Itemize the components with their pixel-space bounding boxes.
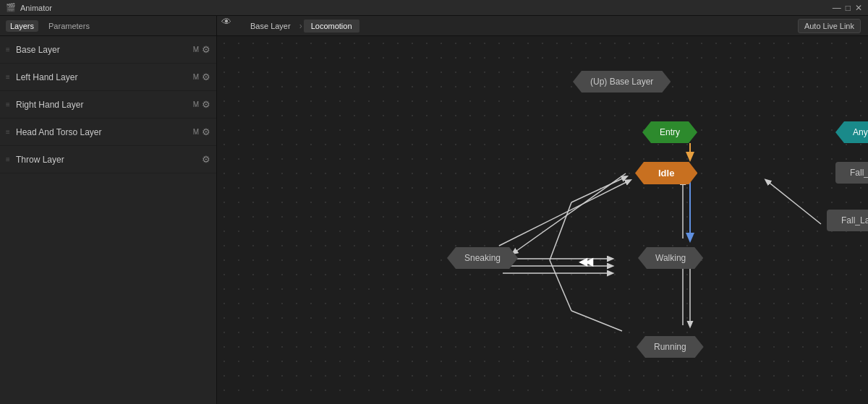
node-fall-landing-label: Fall_Landing	[827, 210, 868, 231]
svg-line-5	[514, 173, 626, 253]
layer-item-throw[interactable]: ≡ Throw Layer ⚙	[0, 146, 216, 173]
node-entry[interactable]: Entry	[642, 121, 697, 143]
eye-icon[interactable]: 👁	[221, 16, 231, 35]
sidebar: ≡ Base Layer M ⚙ ≡ Left Hand Layer M ⚙ ≡…	[0, 36, 217, 404]
gear-icon-throw[interactable]: ⚙	[202, 154, 210, 165]
node-running-label: Running	[637, 336, 704, 358]
layer-m-base: M	[193, 46, 199, 53]
layer-m-head: M	[193, 128, 199, 136]
maximize-button[interactable]: □	[846, 3, 851, 13]
node-walking[interactable]: Walking	[638, 247, 703, 269]
layer-name-head-torso: Head And Torso Layer	[16, 127, 193, 137]
svg-line-10	[571, 311, 622, 331]
layer-name-right-hand: Right Hand Layer	[16, 100, 193, 110]
layer-item-base[interactable]: ≡ Base Layer M ⚙	[0, 36, 216, 64]
layer-item-left-hand[interactable]: ≡ Left Hand Layer M ⚙	[0, 64, 216, 91]
add-layer-button[interactable]	[195, 18, 210, 34]
minimize-button[interactable]: —	[833, 3, 841, 13]
node-idle-label: Idle	[635, 162, 697, 184]
tab-parameters[interactable]: Parameters	[44, 20, 94, 32]
layer-name-base: Base Layer	[16, 45, 193, 55]
drag-handle-left: ≡	[6, 73, 13, 81]
window-controls[interactable]: — □ ✕	[833, 3, 862, 13]
drag-handle-head: ≡	[6, 128, 13, 136]
svg-line-13	[571, 177, 626, 202]
app-title: Animator	[20, 4, 52, 12]
node-sneaking[interactable]: Sneaking	[447, 247, 518, 269]
node-up-base-label: (Up) Base Layer	[573, 71, 671, 93]
drag-handle-throw: ≡	[6, 155, 13, 163]
node-idle[interactable]: Idle	[635, 162, 697, 184]
drag-handle-base: ≡	[6, 46, 13, 53]
node-fall-loop[interactable]: Fall_Loop	[835, 162, 868, 184]
breadcrumb-base-layer[interactable]: Base Layer	[243, 20, 298, 33]
graph-canvas[interactable]: (Up) Base Layer Entry Any State Idle Fal…	[217, 36, 868, 404]
transition-arrows: ◀◀	[579, 254, 590, 268]
layer-item-head-torso[interactable]: ≡ Head And Torso Layer M ⚙	[0, 119, 216, 146]
layer-m-right: M	[193, 100, 199, 108]
breadcrumb-bar: Base Layer › Locomotion Auto Live Link	[236, 16, 868, 35]
breadcrumb-separator: ›	[299, 21, 302, 31]
tabbar-left: Layers Parameters	[0, 16, 217, 35]
connections-svg	[217, 36, 868, 404]
auto-live-link-button[interactable]: Auto Live Link	[798, 19, 861, 33]
titlebar: 🎬 Animator — □ ✕	[0, 0, 868, 16]
node-fall-loop-label: Fall_Loop	[835, 162, 868, 184]
node-running[interactable]: Running	[637, 336, 704, 358]
gear-icon-head[interactable]: ⚙	[202, 126, 210, 137]
gear-icon-base[interactable]: ⚙	[202, 44, 210, 55]
svg-line-9	[499, 181, 629, 246]
layer-item-right-hand[interactable]: ≡ Right Hand Layer M ⚙	[0, 91, 216, 119]
svg-line-17	[767, 181, 821, 224]
svg-line-12	[550, 202, 571, 260]
tabbar: Layers Parameters 👁 Base Layer › Locomot…	[0, 16, 868, 36]
node-fall-landing[interactable]: Fall_Landing	[827, 210, 868, 231]
gear-icon-left[interactable]: ⚙	[202, 72, 210, 82]
node-entry-label: Entry	[642, 121, 697, 143]
drag-handle-right: ≡	[6, 100, 13, 108]
tab-layers[interactable]: Layers	[6, 20, 38, 32]
node-up-base-layer[interactable]: (Up) Base Layer	[573, 71, 671, 93]
node-walking-label: Walking	[638, 247, 703, 269]
node-any-state-label: Any State	[835, 121, 868, 143]
animator-icon: 🎬	[6, 3, 16, 12]
node-sneaking-label: Sneaking	[447, 247, 518, 269]
close-button[interactable]: ✕	[855, 3, 862, 13]
layer-m-left: M	[193, 73, 199, 81]
node-any-state[interactable]: Any State	[835, 121, 868, 143]
gear-icon-right[interactable]: ⚙	[202, 99, 210, 110]
breadcrumb-locomotion[interactable]: Locomotion	[304, 20, 359, 33]
main-layout: ≡ Base Layer M ⚙ ≡ Left Hand Layer M ⚙ ≡…	[0, 36, 868, 404]
svg-line-11	[550, 260, 571, 311]
layer-name-left-hand: Left Hand Layer	[16, 72, 193, 82]
layer-name-throw: Throw Layer	[16, 155, 202, 165]
